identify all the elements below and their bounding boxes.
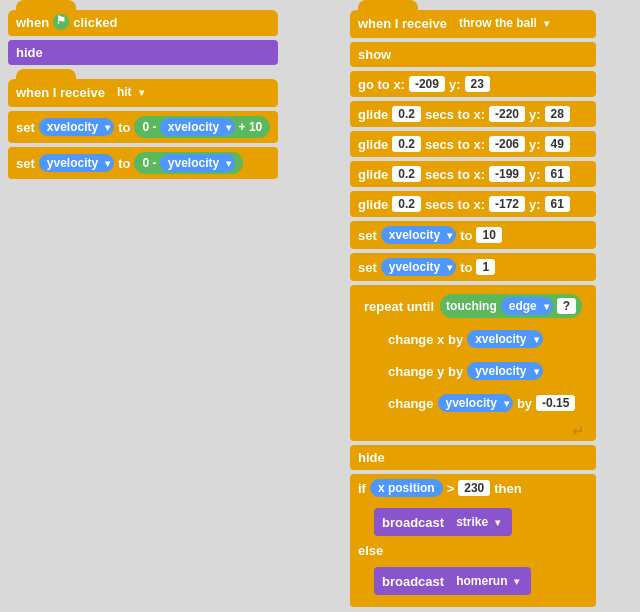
glide1-secs: 0.2 — [392, 106, 421, 122]
if-block: if x position > 230 then broadcast strik… — [350, 474, 596, 607]
else-body: broadcast homerun — [350, 561, 596, 601]
sety-val: 1 — [476, 259, 495, 275]
when-clicked-hat[interactable]: when clicked — [8, 10, 278, 36]
set-yvel-1[interactable]: set yvelocity to 1 — [350, 253, 596, 281]
glide1-block[interactable]: glide 0.2 secs to x: -220 y: 28 — [350, 101, 596, 127]
glide3-x: -199 — [489, 166, 525, 182]
goto-block[interactable]: go to x: -209 y: 23 — [350, 71, 596, 97]
glide4-block[interactable]: glide 0.2 secs to x: -172 y: 61 — [350, 191, 596, 217]
xvel-calc: 0 - xvelocity + 10 — [134, 116, 270, 138]
glide2-x: -206 — [489, 136, 525, 152]
when-clicked-group: when clicked hide — [8, 10, 278, 65]
when-label: when — [16, 15, 49, 30]
glide3-secs: 0.2 — [392, 166, 421, 182]
change-x-block[interactable]: change x by xvelocity — [380, 325, 590, 353]
yvelocity-inner-dropdown[interactable]: yvelocity — [160, 154, 235, 172]
clicked-label: clicked — [73, 15, 117, 30]
glide1-x: -220 — [489, 106, 525, 122]
edge-dropdown[interactable]: edge — [501, 297, 553, 315]
xvelocity-dropdown-1[interactable]: xvelocity — [39, 118, 114, 136]
when-receive-hat[interactable]: when I receive hit — [8, 79, 278, 107]
goto-x-val: -209 — [409, 76, 445, 92]
yvelocity-r-dropdown[interactable]: yvelocity — [381, 258, 456, 276]
yvel-change-val: -0.15 — [536, 395, 575, 411]
glide3-y: 61 — [545, 166, 570, 182]
set-xvelocity-block[interactable]: set xvelocity to 0 - xvelocity + 10 — [8, 111, 278, 143]
repeat-until-header[interactable]: repeat until touching edge ? — [356, 289, 590, 323]
xvelocity-changex[interactable]: xvelocity — [467, 330, 542, 348]
when-receive-hit-group: when I receive hit set xvelocity to 0 - … — [8, 79, 278, 179]
if-body: broadcast strike — [350, 502, 596, 540]
left-column: when clicked hide when I receive hit set… — [8, 10, 278, 179]
glide4-x: -172 — [489, 196, 525, 212]
throw-dropdown[interactable]: throw the ball — [451, 14, 553, 32]
broadcast-strike[interactable]: broadcast strike — [374, 508, 512, 536]
set-yvelocity-block[interactable]: set yvelocity to 0 - yvelocity — [8, 147, 278, 179]
if-header[interactable]: if x position > 230 then — [350, 474, 596, 502]
repeat-body: change x by xvelocity change y by yveloc… — [356, 323, 590, 423]
yvelocity-change[interactable]: yvelocity — [438, 394, 513, 412]
repeat-arrow: ↵ — [356, 423, 590, 441]
change-yvel-block[interactable]: change yvelocity by -0.15 — [380, 389, 590, 417]
glide1-y: 28 — [545, 106, 570, 122]
set-xvel-10[interactable]: set xvelocity to 10 — [350, 221, 596, 249]
if-val: 230 — [458, 480, 490, 496]
setx-val: 10 — [476, 227, 501, 243]
flag-icon — [53, 14, 69, 30]
glide2-y: 49 — [545, 136, 570, 152]
glide2-block[interactable]: glide 0.2 secs to x: -206 y: 49 — [350, 131, 596, 157]
broadcast-homerun[interactable]: broadcast homerun — [374, 567, 531, 595]
xvelocity-inner-dropdown[interactable]: xvelocity — [160, 118, 235, 136]
yvelocity-changey[interactable]: yvelocity — [467, 362, 542, 380]
repeat-until-wrapper: repeat until touching edge ? change x by… — [350, 285, 596, 441]
when-receive-throw-hat[interactable]: when I receive throw the ball — [350, 10, 596, 38]
right-column: when I receive throw the ball show go to… — [350, 10, 596, 607]
hit-dropdown[interactable]: hit — [109, 83, 148, 101]
show-block[interactable]: show — [350, 42, 596, 67]
xvelocity-r-dropdown[interactable]: xvelocity — [381, 226, 456, 244]
glide3-block[interactable]: glide 0.2 secs to x: -199 y: 61 — [350, 161, 596, 187]
yvel-calc: 0 - yvelocity — [134, 152, 243, 174]
strike-dropdown[interactable]: strike — [448, 513, 504, 531]
goto-y-val: 23 — [465, 76, 490, 92]
question-mark: ? — [557, 298, 576, 314]
yvelocity-dropdown-1[interactable]: yvelocity — [39, 154, 114, 172]
glide4-secs: 0.2 — [392, 196, 421, 212]
hide-block-right[interactable]: hide — [350, 445, 596, 470]
x-position-block: x position — [370, 479, 443, 497]
glide2-secs: 0.2 — [392, 136, 421, 152]
homerun-dropdown[interactable]: homerun — [448, 572, 523, 590]
change-y-block[interactable]: change y by yvelocity — [380, 357, 590, 385]
hide-block[interactable]: hide — [8, 40, 278, 65]
touching-block: touching edge ? — [440, 294, 582, 318]
glide4-y: 61 — [545, 196, 570, 212]
else-label: else — [350, 540, 596, 561]
